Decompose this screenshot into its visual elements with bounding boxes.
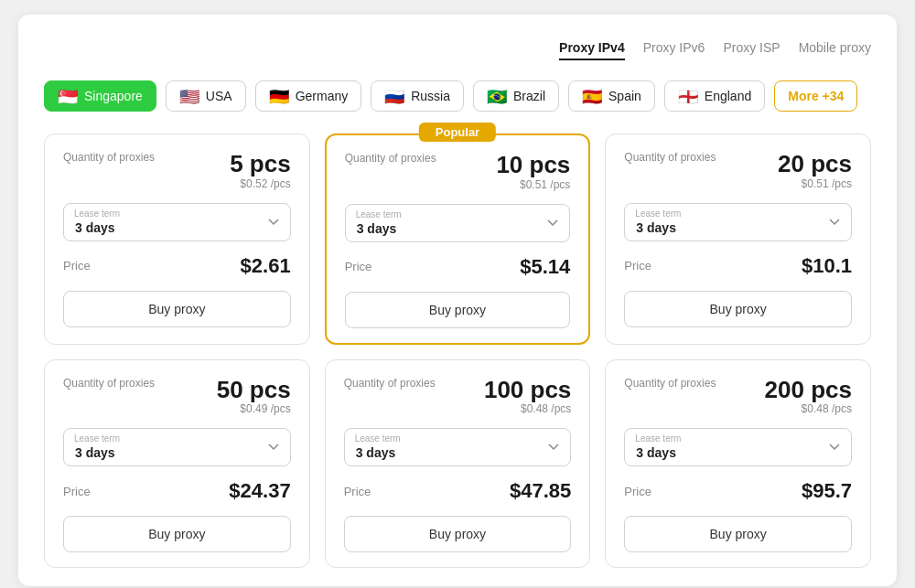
nav-tab-ipv6[interactable]: Proxy IPv6: [643, 40, 705, 60]
card-top-card-200: Quantity of proxies200 pcs$0.48 /pcs: [624, 377, 852, 416]
flag-brazil: 🇧🇷: [487, 89, 507, 103]
country-label-england: England: [705, 89, 751, 103]
price-row-card-20: Price$10.1: [624, 254, 852, 278]
country-btn-england[interactable]: 🏴󠁧󠁢󠁥󠁮󠁧󠁿England: [664, 80, 765, 112]
per-pcs-card-5: $0.52 /pcs: [230, 177, 291, 190]
price-row-card-5: Price$2.61: [63, 254, 291, 278]
card-top-card-5: Quantity of proxies5 pcs$0.52 /pcs: [63, 151, 291, 190]
qty-value-card-10: 10 pcs: [496, 152, 570, 178]
nav-tabs: Proxy IPv4Proxy IPv6Proxy ISPMobile prox…: [559, 40, 871, 60]
price-row-card-10: Price$5.14: [345, 255, 571, 279]
price-value-card-200: $95.7: [802, 479, 852, 503]
buy-button-card-5[interactable]: Buy proxy: [63, 291, 291, 327]
price-label-card-5: Price: [63, 259, 91, 273]
country-btn-spain[interactable]: 🇪🇸Spain: [568, 80, 655, 112]
buy-button-card-20[interactable]: Buy proxy: [624, 291, 852, 327]
qty-label-card-100: Quantity of proxies: [344, 377, 436, 390]
card-top-card-10: Quantity of proxies10 pcs$0.51 /pcs: [345, 152, 571, 191]
lease-wrapper-card-5: Lease term1 day3 days7 days14 days30 day…: [63, 203, 291, 254]
card-100: Quantity of proxies100 pcs$0.48 /pcsLeas…: [325, 359, 591, 569]
price-row-card-50: Price$24.37: [63, 479, 291, 503]
price-label-card-10: Price: [345, 260, 372, 273]
price-label-card-100: Price: [344, 485, 371, 498]
lease-wrapper-card-20: Lease term1 day3 days7 days14 days30 day…: [624, 203, 852, 254]
price-value-card-20: $10.1: [802, 254, 852, 278]
qty-value-card-200: 200 pcs: [765, 377, 852, 403]
buy-button-card-50[interactable]: Buy proxy: [63, 516, 291, 552]
country-label-singapore: Singapore: [84, 89, 143, 103]
nav-tab-isp[interactable]: Proxy ISP: [723, 40, 780, 60]
nav-tab-mobile[interactable]: Mobile proxy: [799, 40, 871, 60]
per-pcs-card-200: $0.48 /pcs: [765, 402, 852, 415]
card-200: Quantity of proxies200 pcs$0.48 /pcsLeas…: [605, 359, 871, 569]
buy-button-card-100[interactable]: Buy proxy: [344, 516, 572, 552]
per-pcs-card-50: $0.49 /pcs: [217, 402, 291, 415]
card-top-card-50: Quantity of proxies50 pcs$0.49 /pcs: [63, 377, 291, 416]
qty-right-card-10: 10 pcs$0.51 /pcs: [496, 152, 570, 191]
country-btn-russia[interactable]: 🇷🇺Russia: [371, 80, 464, 112]
qty-right-card-5: 5 pcs$0.52 /pcs: [230, 151, 291, 190]
lease-wrapper-card-10: Lease term1 day3 days7 days14 days30 day…: [345, 204, 571, 255]
qty-value-card-50: 50 pcs: [217, 377, 291, 403]
qty-right-card-20: 20 pcs$0.51 /pcs: [778, 151, 852, 190]
price-label-card-50: Price: [63, 485, 91, 498]
lease-label-card-50: Lease term: [74, 433, 120, 444]
card-5: Quantity of proxies5 pcs$0.52 /pcsLease …: [44, 134, 310, 345]
country-label-brazil: Brazil: [513, 89, 545, 103]
qty-label-text: Quantity of proxies: [345, 152, 436, 165]
qty-right-card-200: 200 pcs$0.48 /pcs: [765, 377, 852, 416]
lease-wrapper-card-200: Lease term1 day3 days7 days14 days30 day…: [624, 428, 852, 479]
country-bar: 🇸🇬Singapore🇺🇸USA🇩🇪Germany🇷🇺Russia🇧🇷Brazi…: [44, 80, 871, 112]
price-label-card-200: Price: [624, 485, 651, 498]
qty-value-card-5: 5 pcs: [230, 151, 291, 177]
qty-label-text: Quantity of proxies: [63, 151, 155, 164]
qty-label-card-50: Quantity of proxies: [63, 377, 155, 390]
card-50: Quantity of proxies50 pcs$0.49 /pcsLease…: [44, 359, 310, 569]
qty-value-card-20: 20 pcs: [778, 151, 852, 177]
qty-label-card-200: Quantity of proxies: [624, 377, 716, 390]
price-label-card-20: Price: [624, 259, 651, 273]
country-btn-usa[interactable]: 🇺🇸USA: [166, 80, 246, 112]
qty-label-text: Quantity of proxies: [624, 151, 716, 164]
qty-right-card-50: 50 pcs$0.49 /pcs: [217, 377, 291, 416]
price-value-card-10: $5.14: [520, 255, 570, 279]
buy-button-card-10[interactable]: Buy proxy: [345, 292, 571, 328]
lease-label-card-200: Lease term: [635, 433, 681, 444]
country-btn-brazil[interactable]: 🇧🇷Brazil: [473, 80, 559, 112]
price-value-card-5: $2.61: [241, 254, 291, 278]
lease-label-card-100: Lease term: [355, 433, 401, 444]
nav-tab-ipv4[interactable]: Proxy IPv4: [559, 40, 625, 60]
qty-right-card-100: 100 pcs$0.48 /pcs: [484, 377, 571, 416]
qty-label-card-20: Quantity of proxies: [624, 151, 716, 164]
card-10: PopularQuantity of proxies10 pcs$0.51 /p…: [325, 134, 591, 345]
lease-label-card-20: Lease term: [635, 208, 681, 219]
country-label-usa: USA: [206, 89, 232, 103]
country-btn-singapore[interactable]: 🇸🇬Singapore: [44, 80, 156, 112]
card-top-card-20: Quantity of proxies20 pcs$0.51 /pcs: [624, 151, 852, 190]
country-label-spain: Spain: [608, 89, 641, 103]
lease-wrapper-card-50: Lease term1 day3 days7 days14 days30 day…: [63, 428, 291, 479]
popular-badge: Popular: [419, 123, 496, 142]
card-top-card-100: Quantity of proxies100 pcs$0.48 /pcs: [344, 377, 572, 416]
country-btn-germany[interactable]: 🇩🇪Germany: [255, 80, 362, 112]
qty-label-card-10: Quantity of proxies: [345, 152, 436, 165]
qty-label-text: Quantity of proxies: [624, 377, 716, 390]
country-btn-more[interactable]: More +34: [774, 80, 857, 112]
qty-label-text: Quantity of proxies: [344, 377, 436, 390]
flag-germany: 🇩🇪: [269, 89, 289, 103]
header-row: Proxy IPv4Proxy IPv6Proxy ISPMobile prox…: [44, 40, 871, 60]
country-label-russia: Russia: [411, 89, 450, 103]
flag-russia: 🇷🇺: [384, 89, 404, 103]
lease-label-card-10: Lease term: [356, 209, 402, 219]
lease-label-card-5: Lease term: [74, 208, 120, 219]
qty-value-card-100: 100 pcs: [484, 377, 571, 403]
qty-label-text: Quantity of proxies: [63, 377, 155, 390]
per-pcs-card-100: $0.48 /pcs: [484, 402, 571, 415]
price-value-card-50: $24.37: [229, 479, 290, 503]
country-label-germany: Germany: [296, 89, 349, 103]
price-row-card-100: Price$47.85: [344, 479, 572, 503]
qty-label-card-5: Quantity of proxies: [63, 151, 155, 164]
buy-button-card-200[interactable]: Buy proxy: [624, 516, 852, 552]
flag-singapore: 🇸🇬: [58, 89, 78, 103]
per-pcs-card-10: $0.51 /pcs: [496, 178, 570, 191]
